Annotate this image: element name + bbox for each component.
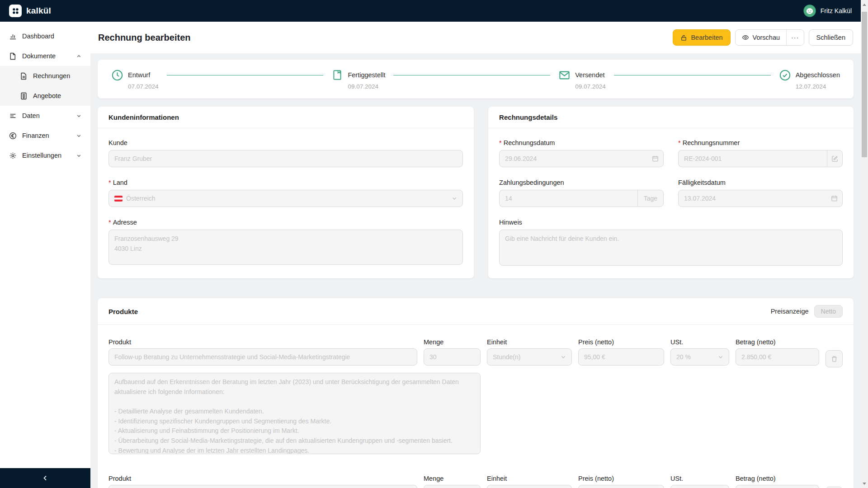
sidebar-item-dokumente[interactable]: Dokumente (0, 46, 90, 66)
sidebar-item-angebote[interactable]: Angebote (0, 86, 90, 106)
sidebar: Dashboard Dokumente Rechnungen (0, 22, 90, 488)
ust-select[interactable]: 20 % (670, 348, 729, 366)
page-header: Rechnung bearbeiten Bearbeiten (90, 22, 861, 53)
required-marker: * (499, 139, 502, 146)
sidebar-collapse-button[interactable] (0, 468, 90, 488)
scroll-down-arrow[interactable] (861, 480, 868, 487)
einheit-select[interactable]: Stunde(n) (487, 348, 572, 366)
step-label: Versendet (575, 71, 604, 79)
timeline-step-abgeschlossen: Abgeschlossen 12.07.2024 (779, 69, 840, 90)
timeline-connector (614, 75, 771, 75)
ust-select[interactable]: 20 % (670, 485, 729, 488)
vertical-scrollbar[interactable] (861, 0, 868, 488)
land-select[interactable]: Österreich (108, 190, 463, 207)
bearbeiten-label: Bearbeiten (691, 34, 722, 41)
faelligkeitsdatum-label: Fälligkeitsdatum (678, 179, 843, 186)
produkt-input[interactable] (108, 348, 417, 366)
schliessen-label: Schließen (816, 34, 845, 41)
sidebar-item-label: Dokumente (22, 52, 56, 60)
preis-column-label: Preis (netto) (578, 338, 664, 346)
content-scroll-area: Entwurf 07.07.2024 Fertiggestellt 09 (90, 53, 861, 488)
sidebar-item-dashboard[interactable]: Dashboard (0, 26, 90, 46)
document-check-icon (331, 69, 343, 81)
chevron-up-icon (76, 54, 81, 59)
betrag-input[interactable] (736, 485, 819, 488)
kunde-input[interactable] (108, 150, 463, 167)
list-lines-icon (9, 112, 17, 120)
clock-icon (111, 69, 123, 81)
sidebar-item-daten[interactable]: Daten (0, 106, 90, 126)
required-marker: * (108, 219, 111, 226)
edit-icon[interactable] (827, 150, 843, 167)
vorschau-label: Vorschau (753, 34, 780, 41)
betrag-column-label: Betrag (netto) (736, 475, 819, 482)
sidebar-item-finanzen[interactable]: Finanzen (0, 126, 90, 145)
rechnungsdatum-input[interactable] (499, 150, 664, 167)
rechnungsnummer-input[interactable] (678, 150, 827, 167)
preis-input[interactable] (578, 485, 664, 488)
schliessen-button[interactable]: Schließen (809, 29, 853, 46)
sidebar-submenu-dokumente: Rechnungen Angebote (0, 66, 90, 106)
menge-column-label: Menge (424, 475, 481, 482)
products-card: Produkte Preisanzeige Netto Produkt (98, 298, 854, 488)
produkt-input[interactable] (108, 485, 417, 488)
hinweis-textarea[interactable] (499, 230, 843, 266)
chevron-down-icon (561, 354, 566, 360)
bar-chart-icon (9, 33, 17, 40)
adresse-label: *Adresse (108, 219, 463, 226)
envelope-icon (558, 69, 571, 81)
preis-input[interactable] (578, 348, 664, 366)
einheit-select[interactable]: Stunde(n) (487, 485, 572, 488)
step-date: 12.07.2024 (796, 83, 840, 90)
required-marker: * (678, 139, 681, 146)
betrag-input[interactable] (736, 348, 819, 366)
rechnungsdatum-label: *Rechnungsdatum (499, 139, 664, 146)
trash-icon (831, 356, 838, 362)
brand-name: kalkül (26, 6, 51, 16)
step-date: 07.07.2024 (128, 83, 159, 90)
preisanzeige-label: Preisanzeige (771, 308, 809, 315)
faelligkeitsdatum-input[interactable] (678, 190, 843, 207)
avatar (803, 5, 816, 17)
scrollbar-thumb[interactable] (862, 12, 867, 157)
adresse-textarea[interactable]: Franzosenhausweg 29 4030 Linz (108, 230, 463, 265)
step-label: Abgeschlossen (796, 71, 840, 79)
card-title: Kundeninformationen (108, 113, 179, 121)
produkt-column-label: Produkt (108, 475, 417, 482)
bearbeiten-button[interactable]: Bearbeiten (673, 29, 730, 46)
timeline-connector (167, 75, 324, 75)
sidebar-item-label: Rechnungen (33, 72, 70, 80)
document-icon (9, 52, 17, 60)
user-menu[interactable]: Fritz Kalkül (803, 5, 852, 17)
chevron-down-icon (452, 196, 457, 201)
sidebar-item-einstellungen[interactable]: Einstellungen (0, 145, 90, 165)
eye-icon (742, 34, 749, 41)
step-date: 09.07.2024 (575, 83, 606, 90)
menge-input[interactable] (424, 348, 481, 366)
tage-addon: Tage (637, 190, 664, 207)
vorschau-button[interactable]: Vorschau (736, 30, 786, 45)
product-row: Produkt Menge Einheit Stunde(n) (108, 475, 843, 488)
euro-circle-icon (9, 132, 17, 140)
kunde-label: Kunde (108, 139, 463, 146)
sidebar-item-rechnungen[interactable]: Rechnungen (0, 66, 90, 86)
delete-row-button[interactable] (826, 350, 843, 367)
hinweis-label: Hinweis (499, 219, 843, 226)
product-row: Produkt Menge Einheit Stunde(n) (108, 338, 843, 454)
timeline-step-versendet: Versendet 09.07.2024 (558, 69, 606, 90)
brand[interactable]: kalkül (9, 5, 51, 17)
land-value: Österreich (126, 195, 156, 202)
page-title: Rechnung bearbeiten (98, 33, 190, 43)
more-actions-button[interactable]: ··· (786, 30, 804, 45)
step-label: Entwurf (128, 71, 150, 79)
menge-input[interactable] (424, 485, 481, 488)
netto-toggle-button[interactable]: Netto (814, 305, 843, 318)
zahlungsbedingungen-input[interactable] (499, 190, 637, 207)
einheit-value: Stunde(n) (493, 353, 520, 361)
sidebar-item-label: Daten (22, 112, 40, 119)
invoice-details-card: Rechnungsdetails *Rechnungsdatum (488, 107, 854, 278)
chevron-down-icon (718, 354, 723, 360)
scroll-up-arrow[interactable] (861, 1, 868, 8)
produkt-beschreibung-textarea[interactable]: Aufbauend auf den Erkenntnissen der Bera… (108, 373, 481, 454)
step-label: Fertiggestellt (348, 71, 385, 79)
